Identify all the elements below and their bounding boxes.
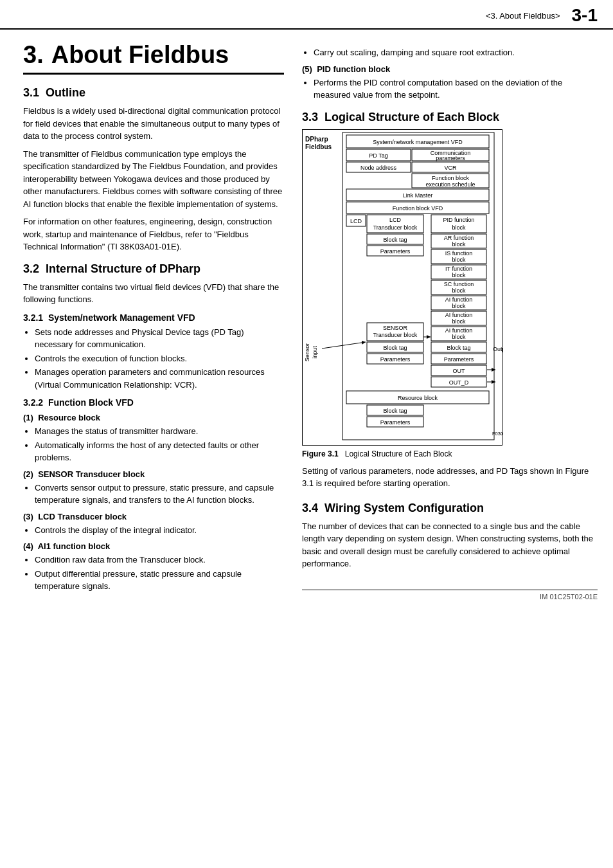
chapter-title: 3.About Fieldbus: [23, 41, 284, 75]
sub3-bullets: Controls the display of the integral ind…: [35, 524, 284, 537]
sub4-bullet-1: Condition raw data from the Transducer b…: [35, 554, 284, 566]
chapter-num: 3.: [23, 41, 44, 68]
s34-para: The number of devices that can be connec…: [302, 520, 598, 570]
s321-bullet-3: Manages operation parameters and communi…: [35, 366, 284, 391]
sub2-title: (2) SENSOR Transducer block: [23, 469, 284, 479]
s321-bullet-2: Controls the execution of function block…: [35, 352, 284, 365]
svg-text:block: block: [452, 287, 466, 294]
logic-diagram-svg: DPharp Fieldbus System/network managemen…: [303, 130, 503, 445]
svg-text:LCD: LCD: [350, 218, 362, 224]
svg-text:parameters: parameters: [436, 155, 465, 161]
section-3-2-title: 3.2 Internal Structure of DPharp: [23, 262, 284, 276]
svg-text:Block tag: Block tag: [383, 408, 407, 414]
s31-para3: For information on other features, engin…: [23, 215, 284, 253]
sub5-bullet-1: Performs the PID control computation bas…: [314, 77, 598, 102]
svg-text:VCR: VCR: [444, 165, 457, 171]
sub1-title: (1) Resource block: [23, 413, 284, 422]
svg-text:Function block: Function block: [432, 175, 470, 181]
svg-text:Link Master: Link Master: [403, 192, 433, 199]
s31-para2: The transmitter of Fieldbus communicatio…: [23, 148, 284, 211]
section-3-2-2-title: 3.2.2 Function Block VFD: [23, 397, 284, 408]
svg-text:Resource block: Resource block: [398, 395, 438, 401]
page-header: <3. About Fieldbus> 3-1: [0, 0, 613, 30]
svg-text:Sensor: Sensor: [304, 343, 310, 361]
s321-bullets: Sets node addresses and Physical Device …: [35, 326, 284, 392]
page-body: 3.About Fieldbus 3.1 Outline Fieldbus is…: [0, 30, 613, 612]
chapter-title-text: About Fieldbus: [51, 41, 229, 68]
svg-text:F0301.ai: F0301.ai: [492, 431, 503, 437]
svg-text:Fieldbus: Fieldbus: [305, 143, 332, 150]
sub3-bullet-1: Controls the display of the integral ind…: [35, 524, 284, 537]
svg-text:AI function: AI function: [445, 312, 473, 318]
sub2-bullet-1: Converts sensor output to pressure, stat…: [35, 482, 284, 507]
svg-text:PID function: PID function: [443, 217, 474, 223]
svg-text:block: block: [452, 334, 466, 340]
svg-text:PD Tag: PD Tag: [369, 152, 387, 159]
sub1-bullets: Manages the status of transmitter hardwa…: [35, 425, 284, 464]
section-3-2-1-title: 3.2.1 System/network Management VFD: [23, 312, 284, 323]
svg-text:OUT: OUT: [453, 368, 466, 374]
section-3-3-title: 3.3 Logical Structure of Each Block: [302, 111, 598, 124]
svg-text:AI function: AI function: [445, 296, 473, 303]
section-3-4-title: 3.4 Wiring System Configuration: [302, 502, 598, 515]
svg-text:Block tag: Block tag: [383, 237, 407, 243]
svg-text:LCD: LCD: [389, 217, 402, 223]
sub1-bullet-2: Automatically informs the host of any de…: [35, 439, 284, 464]
s32-intro: The transmitter contains two virtual fie…: [23, 281, 284, 306]
svg-text:System/network management VFD: System/network management VFD: [373, 139, 463, 145]
sub3-title: (3) LCD Transducer block: [23, 512, 284, 521]
svg-text:execution schedule: execution schedule: [425, 181, 475, 188]
svg-text:Node address: Node address: [360, 165, 397, 171]
svg-text:Parameters: Parameters: [380, 248, 411, 255]
sub4-bullets: Condition raw data from the Transducer b…: [35, 554, 284, 593]
svg-text:Block tag: Block tag: [447, 345, 470, 351]
sub5-bullets: Performs the PID control computation bas…: [314, 77, 598, 102]
svg-text:Parameters: Parameters: [444, 356, 474, 363]
svg-text:IT function: IT function: [445, 266, 472, 272]
sub4-title: (4) AI1 function block: [23, 541, 284, 551]
footer: IM 01C25T02-01E: [302, 590, 598, 601]
svg-text:AI function: AI function: [445, 327, 473, 334]
svg-line-59: [322, 342, 366, 348]
svg-text:Transducer block: Transducer block: [373, 224, 418, 231]
svg-text:block: block: [452, 318, 466, 325]
page-number: 3-1: [572, 5, 598, 26]
sub1-bullet-1: Manages the status of transmitter hardwa…: [35, 425, 284, 438]
svg-text:Parameters: Parameters: [380, 356, 411, 363]
svg-text:SENSOR: SENSOR: [383, 325, 408, 331]
svg-text:Block tag: Block tag: [383, 345, 407, 351]
scaling-bullet: Carry out scaling, damping and square ro…: [314, 46, 598, 59]
right-column: Carry out scaling, damping and square ro…: [296, 30, 613, 612]
svg-text:Output: Output: [493, 346, 503, 352]
section-3-1-title: 3.1 Outline: [23, 86, 284, 100]
svg-text:block: block: [452, 241, 466, 248]
s321-bullet-1: Sets node addresses and Physical Device …: [35, 326, 284, 351]
svg-text:block: block: [452, 224, 466, 231]
svg-text:IS function: IS function: [445, 250, 473, 257]
svg-text:Function block VFD: Function block VFD: [393, 205, 443, 212]
sub2-bullets: Converts sensor output to pressure, stat…: [35, 482, 284, 507]
header-section: <3. About Fieldbus>: [486, 11, 560, 21]
sub5-title: (5) PID function block: [302, 64, 598, 74]
svg-text:SC function: SC function: [444, 281, 474, 287]
svg-text:input: input: [312, 345, 318, 358]
svg-text:Parameters: Parameters: [380, 419, 411, 426]
svg-text:DPharp: DPharp: [305, 136, 328, 143]
logic-diagram-container: DPharp Fieldbus System/network managemen…: [302, 129, 502, 446]
svg-text:block: block: [452, 272, 466, 278]
svg-text:Transducer block: Transducer block: [373, 332, 418, 338]
left-column: 3.About Fieldbus 3.1 Outline Fieldbus is…: [0, 30, 296, 612]
svg-text:block: block: [452, 257, 466, 263]
svg-text:OUT_D: OUT_D: [449, 379, 469, 386]
svg-text:block: block: [452, 303, 466, 309]
s33-para: Setting of various parameters, node addr…: [302, 465, 598, 490]
figure-caption: Figure 3.1 Logical Structure of Each Blo…: [302, 449, 598, 458]
s31-para1: Fieldbus is a widely used bi-directional…: [23, 105, 284, 143]
sub4-bullet-2: Output differential pressure, static pre…: [35, 568, 284, 593]
scaling-bullet-list: Carry out scaling, damping and square ro…: [314, 46, 598, 59]
svg-text:AR function: AR function: [444, 235, 474, 241]
